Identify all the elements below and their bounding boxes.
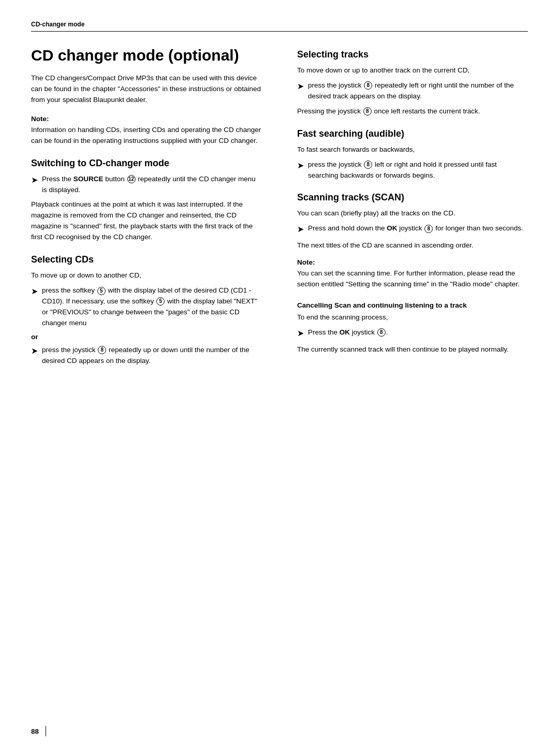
top-label: CD-changer mode (31, 21, 528, 32)
selecting-cds-bullet1-text: press the softkey 5 with the display lab… (42, 285, 262, 329)
circle-8a: 8 (98, 346, 106, 354)
left-column: CD changer mode (optional) The CD change… (31, 46, 267, 371)
bullet-arrow-icon-5: ➤ (297, 159, 304, 172)
circle-8f: 8 (377, 328, 386, 337)
fast-searching-title: Fast searching (audible) (297, 128, 528, 139)
note-label: Note: (31, 115, 262, 123)
selecting-cds-title: Selecting CDs (31, 254, 262, 265)
circle-8c: 8 (363, 107, 372, 115)
selecting-tracks-section: Selecting tracks To move down or up to a… (297, 49, 528, 117)
cancelling-section: Cancelling Scan and continuing listening… (297, 301, 528, 355)
circle-5b: 5 (156, 297, 165, 306)
circle-12: 12 (127, 175, 136, 183)
bullet-arrow-icon: ➤ (31, 174, 38, 187)
scanning-bullet: ➤ Press and hold down the OK joystick 8 … (297, 223, 528, 236)
scanning-bullet-text: Press and hold down the OK joystick 8 fo… (308, 223, 528, 234)
cancelling-bullet-text: Press the OK joystick 8. (308, 327, 528, 338)
selecting-cds-section: Selecting CDs To move up or down to anot… (31, 254, 262, 366)
bullet-arrow-icon-2: ➤ (31, 285, 38, 298)
right-column: Selecting tracks To move down or up to a… (292, 46, 528, 371)
page: CD-changer mode CD changer mode (optiona… (0, 0, 559, 756)
page-number: 88 (31, 728, 39, 735)
scanning-intro: You can scan (briefly play) all the trac… (297, 208, 528, 219)
scanning-section: Scanning tracks (SCAN) You can scan (bri… (297, 192, 528, 355)
ok-label: OK (387, 224, 397, 232)
or-label: or (31, 333, 262, 341)
ok-label-2: OK (340, 328, 350, 336)
selecting-cds-bullet1: ➤ press the softkey 5 with the display l… (31, 285, 262, 329)
selecting-cds-intro: To move up or down to another CD, (31, 270, 262, 281)
circle-8d: 8 (364, 161, 372, 169)
selecting-tracks-bullet: ➤ press the joystick 8 repeatedly left o… (297, 80, 528, 102)
switching-after-text: Playback continues at the point at which… (31, 199, 262, 243)
source-label: SOURCE (73, 175, 104, 183)
fast-searching-intro: To fast search forwards or backwards, (297, 144, 528, 155)
cancelling-intro: To end the scanning process, (297, 312, 528, 323)
scanning-title: Scanning tracks (SCAN) (297, 192, 528, 203)
bullet-arrow-icon-4: ➤ (297, 80, 304, 93)
bullet-arrow-icon-7: ➤ (297, 327, 304, 340)
cancelling-after: The currently scanned track will then co… (297, 344, 528, 355)
fast-searching-bullet-text: press the joystick 8 left or right and h… (308, 159, 528, 181)
selecting-tracks-title: Selecting tracks (297, 49, 528, 60)
circle-8b: 8 (364, 81, 372, 90)
switching-section: Switching to CD-changer mode ➤ Press the… (31, 158, 262, 243)
switching-bullet-text: Press the SOURCE button 12 repeatedly un… (42, 174, 262, 196)
scanning-note-box: Note: You can set the scanning time. For… (297, 258, 528, 290)
intro-text: The CD changers/Compact Drive MP3s that … (31, 73, 262, 106)
bullet-arrow-icon-6: ➤ (297, 223, 304, 236)
selecting-cds-bullet2-text: press the joystick 8 repeatedly up or do… (42, 345, 262, 367)
note-box: Note: Information on handling CDs, inser… (31, 115, 262, 147)
selecting-tracks-intro: To move down or up to another track on t… (297, 65, 528, 76)
bullet-arrow-icon-3: ➤ (31, 345, 38, 358)
cancelling-title: Cancelling Scan and continuing listening… (297, 301, 528, 309)
switching-bullet: ➤ Press the SOURCE button 12 repeatedly … (31, 174, 262, 196)
content-wrapper: CD changer mode (optional) The CD change… (31, 46, 528, 371)
fast-searching-section: Fast searching (audible) To fast search … (297, 128, 528, 181)
scanning-after: The next titles of the CD are scanned in… (297, 240, 528, 251)
scanning-note-text: You can set the scanning time. For furth… (297, 268, 528, 290)
cancelling-bullet: ➤ Press the OK joystick 8. (297, 327, 528, 340)
main-title: CD changer mode (optional) (31, 46, 262, 65)
circle-8e: 8 (424, 225, 433, 233)
circle-5: 5 (97, 287, 106, 295)
selecting-tracks-bullet-text: press the joystick 8 repeatedly left or … (308, 80, 528, 102)
scanning-note-label: Note: (297, 258, 528, 266)
selecting-tracks-after: Pressing the joystick 8 once left restar… (297, 106, 528, 117)
fast-searching-bullet: ➤ press the joystick 8 left or right and… (297, 159, 528, 181)
selecting-cds-bullet2: ➤ press the joystick 8 repeatedly up or … (31, 345, 262, 367)
switching-title: Switching to CD-changer mode (31, 158, 262, 169)
note-text: Information on handling CDs, inserting C… (31, 125, 262, 147)
page-divider (46, 726, 46, 736)
